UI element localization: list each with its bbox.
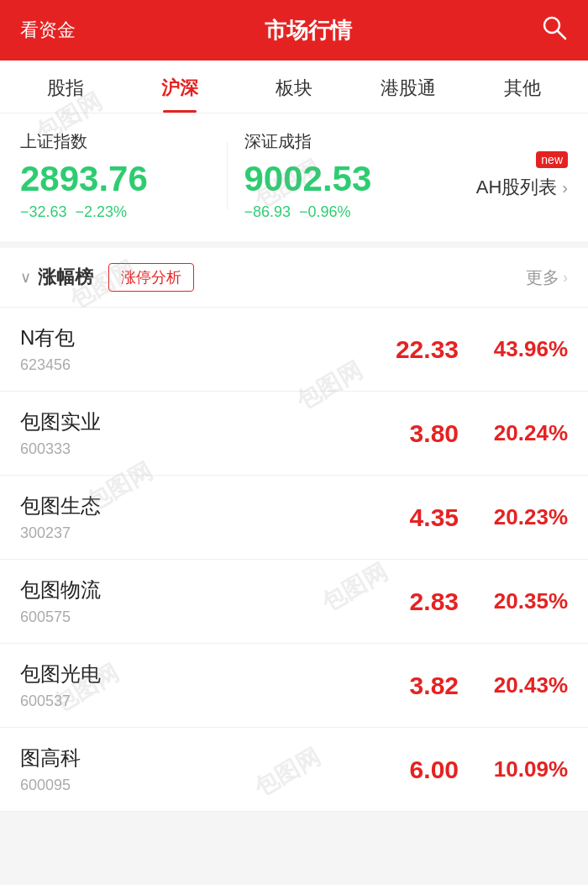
more-button[interactable]: 更多 ›	[526, 266, 568, 289]
stock-list: N有包 623456 22.33 43.96% 包图实业 600333 3.80…	[0, 308, 588, 812]
stock-code: 300237	[20, 524, 349, 542]
index-shenzhen-name: 深证成指	[244, 130, 434, 153]
stock-name: 包图实业	[20, 408, 349, 435]
stock-row[interactable]: 包图生态 300237 4.35 20.23%	[0, 476, 588, 560]
tab-qita[interactable]: 其他	[465, 61, 580, 113]
svg-line-1	[558, 31, 565, 39]
stock-change: 10.09%	[459, 756, 568, 782]
search-icon[interactable]	[541, 14, 568, 47]
index-shanghai-change: −32.63 −2.23%	[20, 203, 210, 221]
tab-bar: 股指 沪深 板块 港股通 其他	[0, 61, 588, 113]
stock-change: 20.43%	[459, 672, 568, 698]
stock-change: 20.35%	[459, 588, 568, 614]
header: 看资金 市场行情	[0, 0, 588, 61]
index-shanghai-name: 上证指数	[20, 130, 210, 153]
stock-info: 包图物流 600575	[20, 577, 349, 626]
index-shanghai[interactable]: 上证指数 2893.76 −32.63 −2.23%	[20, 130, 210, 221]
stock-code: 600333	[20, 440, 349, 458]
stock-info: N有包 623456	[20, 324, 349, 374]
stock-name: N有包	[20, 324, 349, 351]
stock-name: 包图光电	[20, 661, 349, 687]
tab-hushen[interactable]: 沪深	[123, 61, 237, 113]
stock-info: 包图生态 300237	[20, 493, 349, 542]
index-shenzhen-value: 9002.53	[244, 160, 434, 198]
stock-price: 2.83	[349, 587, 459, 616]
rise-section-header: ∨ 涨幅榜 涨停分析 更多 ›	[0, 248, 588, 308]
stock-row[interactable]: N有包 623456 22.33 43.96%	[0, 308, 588, 392]
header-title: 市场行情	[76, 16, 541, 45]
stock-change: 43.96%	[459, 336, 568, 362]
stock-price: 6.00	[349, 756, 459, 784]
index-section: 上证指数 2893.76 −32.63 −2.23% 深证成指 9002.53 …	[0, 113, 588, 248]
stock-change: 20.23%	[459, 504, 568, 530]
index-shanghai-value: 2893.76	[20, 160, 210, 198]
more-arrow-icon: ›	[563, 269, 568, 287]
tab-bankuai[interactable]: 板块	[237, 61, 351, 113]
stock-row[interactable]: 包图光电 600537 3.82 20.43%	[0, 644, 588, 728]
ah-label: AH股列表 ›	[476, 175, 568, 200]
index-divider	[227, 142, 228, 209]
stock-name: 图高科	[20, 745, 349, 772]
new-badge: new	[536, 151, 568, 168]
stock-row[interactable]: 图高科 600095 6.00 10.09%	[0, 728, 588, 812]
index-shenzhen[interactable]: 深证成指 9002.53 −86.93 −0.96%	[244, 130, 434, 221]
stock-change: 20.24%	[459, 420, 568, 446]
stock-code: 623456	[20, 356, 349, 374]
ah-block[interactable]: new AH股列表 ›	[433, 151, 568, 200]
stock-code: 600095	[20, 777, 349, 794]
tab-gangtong[interactable]: 港股通	[351, 61, 465, 113]
ah-arrow-icon: ›	[562, 178, 568, 198]
stock-code: 600575	[20, 608, 349, 626]
stock-price: 3.82	[349, 672, 459, 700]
rise-arrow-icon[interactable]: ∨	[20, 268, 31, 287]
stock-price: 22.33	[349, 335, 459, 364]
stock-price: 4.35	[349, 503, 459, 532]
stock-row[interactable]: 包图实业 600333 3.80 20.24%	[0, 392, 588, 476]
analysis-button[interactable]: 涨停分析	[108, 263, 194, 292]
stock-price: 3.80	[349, 419, 459, 448]
rise-section-title: 涨幅榜	[38, 265, 93, 290]
stock-name: 包图物流	[20, 577, 349, 603]
stock-name: 包图生态	[20, 493, 349, 519]
index-shenzhen-change: −86.93 −0.96%	[244, 203, 434, 221]
stock-info: 包图光电 600537	[20, 661, 349, 710]
stock-code: 600537	[20, 693, 349, 710]
stock-row[interactable]: 包图物流 600575 2.83 20.35%	[0, 560, 588, 644]
stock-info: 包图实业 600333	[20, 408, 349, 458]
stock-info: 图高科 600095	[20, 745, 349, 794]
tab-guji[interactable]: 股指	[8, 61, 123, 113]
header-left-label[interactable]: 看资金	[20, 18, 76, 43]
